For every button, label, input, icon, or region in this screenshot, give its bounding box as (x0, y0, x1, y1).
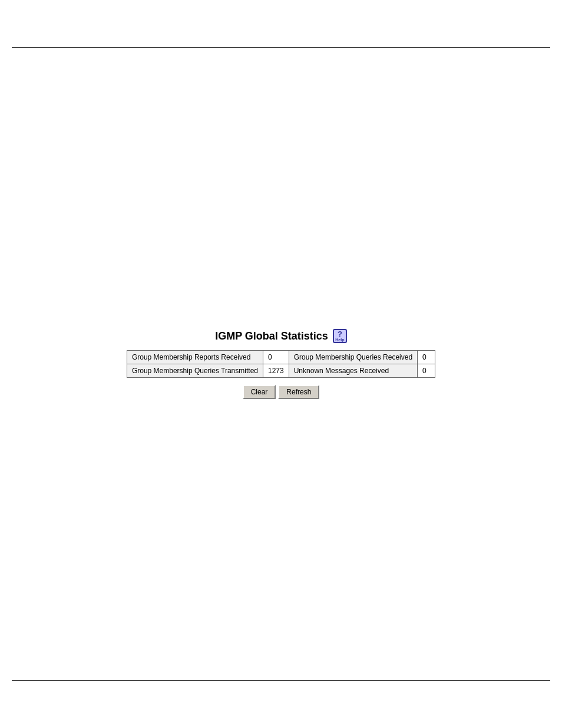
table-row: Group Membership Reports Received 0 Grou… (127, 351, 435, 364)
button-row: Clear Refresh (243, 385, 320, 399)
help-label: Help (335, 338, 344, 342)
stats-table: Group Membership Reports Received 0 Grou… (127, 350, 435, 378)
reports-received-value: 0 (263, 351, 289, 364)
table-row: Group Membership Queries Transmitted 127… (127, 364, 435, 378)
refresh-button[interactable]: Refresh (278, 385, 319, 399)
clear-button[interactable]: Clear (243, 385, 276, 399)
page-title: IGMP Global Statistics (215, 330, 328, 342)
unknown-messages-value: 0 (418, 364, 435, 378)
bottom-divider (12, 680, 550, 681)
queries-received-value: 0 (418, 351, 435, 364)
queries-transmitted-value: 1273 (263, 364, 289, 378)
unknown-messages-label: Unknown Messages Received (289, 364, 417, 378)
main-content: IGMP Global Statistics ? Help Group Memb… (0, 47, 562, 681)
queries-received-label: Group Membership Queries Received (289, 351, 417, 364)
reports-received-label: Group Membership Reports Received (127, 351, 263, 364)
question-mark-icon: ? (338, 330, 342, 338)
title-row: IGMP Global Statistics ? Help (215, 329, 347, 343)
queries-transmitted-label: Group Membership Queries Transmitted (127, 364, 263, 378)
help-icon-button[interactable]: ? Help (333, 329, 347, 343)
